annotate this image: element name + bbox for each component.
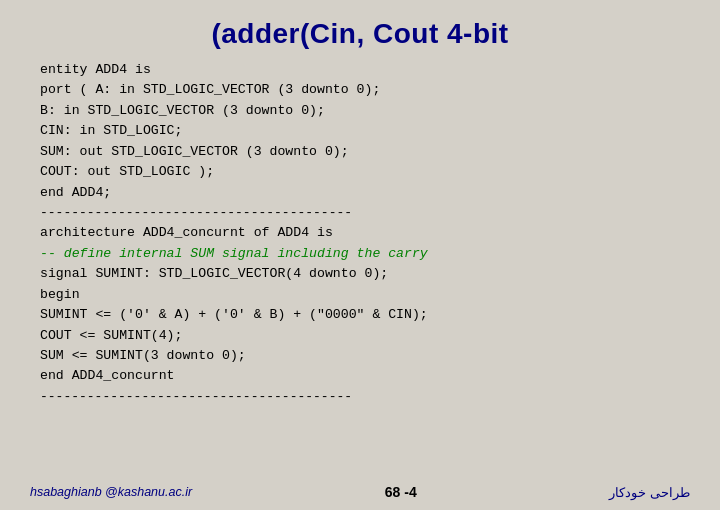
code-line-10: begin [40, 285, 680, 305]
slide-page: (adder(Cin, Cout 4-bit entity ADD4 is po… [0, 0, 720, 510]
footer-email: hsabaghianb @kashanu.ac.ir [30, 485, 192, 499]
footer-title-persian: طراحی خودکار [609, 485, 690, 500]
code-line-9: signal SUMINT: STD_LOGIC_VECTOR(4 downto… [40, 264, 680, 284]
code-line-1: entity ADD4 is [40, 60, 680, 80]
code-line-13: SUM <= SUMINT(3 downto 0); [40, 346, 680, 366]
code-line-3: B: in STD_LOGIC_VECTOR (3 downto 0); [40, 101, 680, 121]
code-line-4: CIN: in STD_LOGIC; [40, 121, 680, 141]
divider-1: ---------------------------------------- [40, 203, 680, 223]
code-comment: -- define internal SUM signal including … [40, 244, 680, 264]
code-line-11: SUMINT <= ('0' & A) + ('0' & B) + ("0000… [40, 305, 680, 325]
code-section-entity: entity ADD4 is port ( A: in STD_LOGIC_VE… [40, 60, 680, 223]
slide-title: (adder(Cin, Cout 4-bit [0, 0, 720, 60]
code-content: entity ADD4 is port ( A: in STD_LOGIC_VE… [0, 60, 720, 407]
divider-2: ---------------------------------------- [40, 387, 680, 407]
code-line-8: architecture ADD4_concurnt of ADD4 is [40, 223, 680, 243]
code-line-2: port ( A: in STD_LOGIC_VECTOR (3 downto … [40, 80, 680, 100]
code-line-14: end ADD4_concurnt [40, 366, 680, 386]
code-section-architecture: architecture ADD4_concurnt of ADD4 is --… [40, 223, 680, 407]
code-line-12: COUT <= SUMINT(4); [40, 326, 680, 346]
slide-footer: hsabaghianb @kashanu.ac.ir 68 -4 طراحی خ… [0, 484, 720, 500]
code-line-5: SUM: out STD_LOGIC_VECTOR (3 downto 0); [40, 142, 680, 162]
code-line-7: end ADD4; [40, 183, 680, 203]
footer-page-number: 68 -4 [385, 484, 417, 500]
code-line-6: COUT: out STD_LOGIC ); [40, 162, 680, 182]
